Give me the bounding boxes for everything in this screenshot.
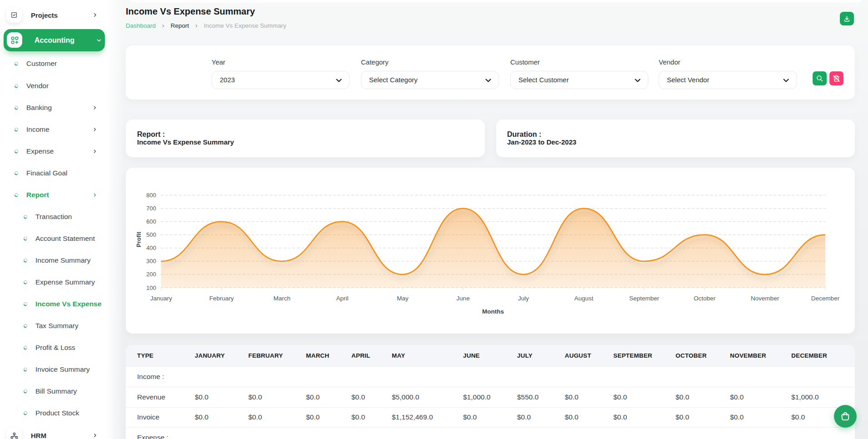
svg-text:August: August bbox=[574, 295, 593, 302]
svg-text:400: 400 bbox=[146, 244, 156, 251]
svg-text:July: July bbox=[518, 295, 529, 302]
svg-text:October: October bbox=[694, 295, 716, 302]
svg-text:600: 600 bbox=[146, 218, 156, 225]
svg-text:May: May bbox=[397, 295, 409, 302]
svg-text:March: March bbox=[273, 295, 291, 302]
svg-text:300: 300 bbox=[146, 258, 156, 264]
svg-text:200: 200 bbox=[146, 271, 156, 278]
svg-text:June: June bbox=[456, 295, 469, 302]
svg-text:December: December bbox=[811, 295, 840, 302]
svg-text:500: 500 bbox=[146, 231, 156, 238]
svg-text:November: November bbox=[751, 295, 779, 302]
svg-text:September: September bbox=[629, 295, 660, 302]
svg-text:February: February bbox=[209, 295, 234, 302]
svg-text:April: April bbox=[336, 295, 348, 302]
svg-text:100: 100 bbox=[146, 284, 156, 291]
svg-text:Profit: Profit bbox=[135, 231, 142, 247]
svg-text:Months: Months bbox=[482, 308, 504, 315]
svg-text:January: January bbox=[150, 295, 172, 302]
svg-text:700: 700 bbox=[146, 205, 156, 212]
svg-text:800: 800 bbox=[146, 192, 156, 199]
